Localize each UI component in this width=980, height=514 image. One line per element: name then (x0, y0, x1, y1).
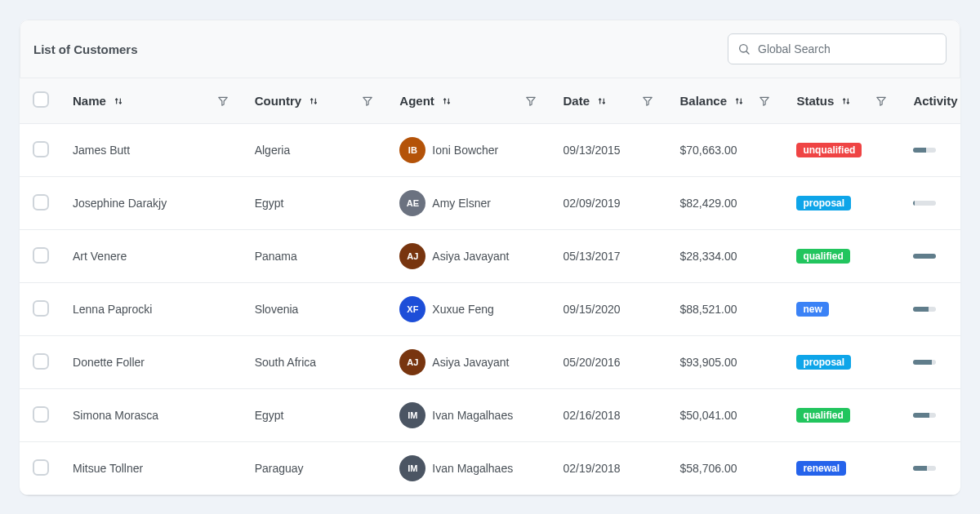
filter-icon[interactable] (362, 95, 373, 107)
row-checkbox[interactable] (33, 300, 49, 317)
customers-table: Name Country Agent (20, 78, 960, 495)
cell-date: 09/13/2015 (563, 144, 620, 157)
cell-agent: Ivan Magalhaes (432, 409, 513, 422)
cell-country: Paraguay (255, 462, 304, 475)
search-wrap (728, 33, 947, 64)
avatar: AE (399, 190, 425, 216)
cell-balance: $82,429.00 (679, 197, 737, 210)
cell-name: James Butt (73, 144, 130, 157)
column-header-activity[interactable]: Activity (900, 78, 960, 124)
cell-date: 09/15/2020 (563, 303, 620, 316)
cell-date: 05/13/2017 (563, 250, 620, 263)
filter-icon[interactable] (875, 95, 887, 107)
column-label: Status (796, 94, 834, 108)
column-label: Activity (913, 94, 957, 108)
activity-progress (913, 360, 936, 365)
status-badge: new (796, 302, 828, 317)
table-header: List of Customers (20, 20, 960, 78)
sort-icon[interactable] (441, 95, 452, 107)
sort-icon[interactable] (308, 95, 319, 107)
status-badge: unqualified (796, 143, 862, 157)
svg-marker-4 (527, 97, 536, 105)
avatar: IM (399, 402, 425, 428)
cell-agent: Asiya Javayant (432, 356, 509, 369)
column-header-status[interactable]: Status (783, 78, 900, 124)
column-header-date[interactable]: Date (550, 78, 666, 124)
status-badge: renewal (796, 461, 846, 476)
row-checkbox[interactable] (33, 459, 49, 476)
cell-balance: $58,706.00 (679, 462, 737, 475)
agent-cell: AJAsiya Javayant (399, 243, 537, 269)
activity-progress (913, 201, 936, 206)
cell-country: Egypt (255, 409, 284, 422)
cell-country: Egypt (255, 197, 284, 210)
activity-progress (913, 148, 936, 153)
agent-cell: AEAmy Elsner (399, 190, 537, 216)
cell-balance: $28,334.00 (679, 250, 737, 263)
table-row: Donette FollerSouth AfricaAJAsiya Javaya… (20, 336, 960, 389)
table-row: Simona MorascaEgyptIMIvan Magalhaes02/16… (20, 389, 960, 442)
table-row: Lenna PaprockiSloveniaXFXuxue Feng09/15/… (20, 283, 960, 336)
cell-balance: $70,663.00 (679, 144, 737, 157)
svg-marker-5 (644, 97, 653, 105)
avatar: AJ (399, 349, 425, 375)
status-badge: qualified (796, 249, 849, 264)
column-header-name[interactable]: Name (60, 78, 242, 124)
table-row: Mitsue TollnerParaguayIMIvan Magalhaes02… (20, 442, 960, 495)
svg-line-1 (746, 51, 749, 54)
avatar: IM (399, 455, 425, 481)
avatar: AJ (399, 243, 425, 269)
avatar: XF (399, 296, 425, 322)
cell-country: Panama (255, 250, 297, 263)
cell-country: Slovenia (255, 303, 299, 316)
filter-icon[interactable] (217, 95, 229, 107)
svg-marker-2 (218, 97, 227, 105)
cell-date: 02/19/2018 (563, 462, 620, 475)
table-row: Josephine DarakjyEgyptAEAmy Elsner02/09/… (20, 177, 960, 230)
status-badge: proposal (796, 196, 851, 210)
cell-name: Art Venere (73, 250, 127, 263)
column-header-balance[interactable]: Balance (666, 78, 783, 124)
cell-name: Lenna Paprocki (73, 303, 152, 316)
cell-country: South Africa (255, 356, 317, 369)
row-checkbox[interactable] (33, 353, 49, 370)
customers-card: List of Customers Name (20, 20, 960, 495)
column-label: Name (73, 94, 106, 108)
cell-country: Algeria (255, 144, 291, 157)
sort-icon[interactable] (840, 95, 852, 107)
filter-icon[interactable] (642, 95, 653, 107)
cell-balance: $88,521.00 (679, 303, 737, 316)
cell-name: Mitsue Tollner (73, 462, 143, 475)
cell-balance: $93,905.00 (679, 356, 737, 369)
agent-cell: IBIoni Bowcher (399, 137, 537, 163)
row-checkbox[interactable] (33, 406, 49, 423)
row-checkbox[interactable] (33, 194, 49, 210)
activity-progress (913, 413, 936, 418)
column-header-select (20, 78, 60, 124)
agent-cell: AJAsiya Javayant (399, 349, 537, 375)
agent-cell: IMIvan Magalhaes (399, 402, 537, 428)
cell-agent: Asiya Javayant (432, 250, 509, 263)
cell-agent: Ivan Magalhaes (432, 462, 513, 475)
status-badge: qualified (796, 408, 849, 423)
status-badge: proposal (796, 355, 851, 370)
sort-icon[interactable] (733, 95, 745, 107)
cell-date: 05/20/2016 (563, 356, 620, 369)
filter-icon[interactable] (525, 95, 537, 107)
column-header-country[interactable]: Country (242, 78, 387, 124)
agent-cell: IMIvan Magalhaes (399, 455, 537, 481)
global-search-input[interactable] (728, 33, 947, 64)
svg-marker-3 (363, 97, 372, 105)
sort-icon[interactable] (113, 95, 124, 107)
select-all-checkbox[interactable] (33, 91, 49, 108)
column-header-agent[interactable]: Agent (386, 78, 550, 124)
svg-marker-7 (877, 97, 886, 105)
avatar: IB (399, 137, 425, 163)
search-icon (737, 42, 751, 55)
row-checkbox[interactable] (33, 247, 49, 264)
sort-icon[interactable] (596, 95, 608, 107)
row-checkbox[interactable] (33, 141, 49, 157)
filter-icon[interactable] (759, 95, 770, 107)
cell-agent: Xuxue Feng (432, 303, 494, 316)
cell-agent: Amy Elsner (432, 197, 491, 210)
